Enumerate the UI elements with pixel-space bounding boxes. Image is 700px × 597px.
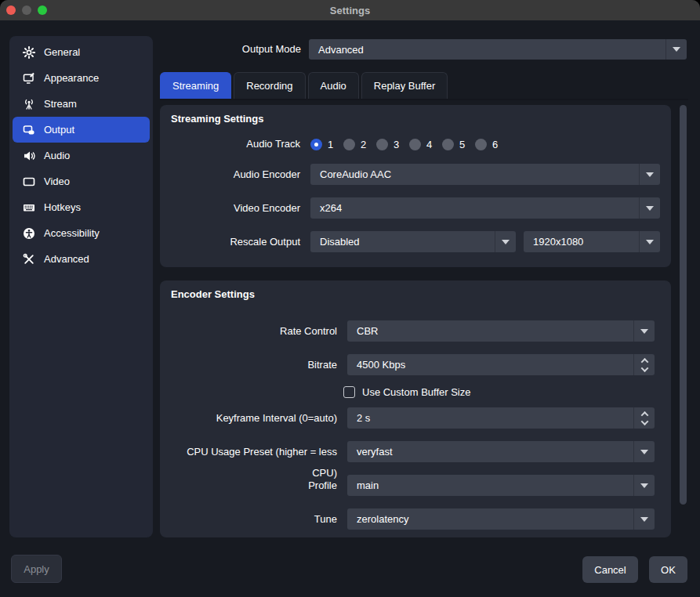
rescale-resolution-value: 1920x1080 (524, 236, 639, 248)
audio-encoder-select[interactable]: CoreAudio AAC (310, 164, 660, 185)
audio-track-option-4[interactable]: 4 (409, 139, 442, 150)
sidebar-item-label: General (44, 46, 80, 58)
encoder-settings-header: Encoder Settings (171, 288, 255, 300)
sidebar-item-advanced[interactable]: Advanced (13, 246, 150, 272)
tabbar-divider (160, 99, 688, 100)
output-mode-value: Advanced (309, 44, 666, 56)
ok-button-label: OK (661, 564, 676, 576)
rate-control-label: Rate Control (160, 320, 337, 342)
ok-button[interactable]: OK (649, 556, 687, 583)
spinner-buttons[interactable] (633, 354, 655, 375)
radio-label: 2 (361, 139, 366, 150)
radio-label: 5 (459, 139, 465, 150)
rate-control-value: CBR (347, 325, 633, 337)
chevron-down-icon (666, 39, 687, 60)
video-encoder-label: Video Encoder (160, 197, 300, 219)
encoder-settings-panel: Encoder Settings Rate Control CBR Bitrat… (160, 280, 671, 537)
audio-track-option-1[interactable]: 1 (310, 139, 343, 150)
audio-encoder-label: Audio Encoder (160, 164, 300, 185)
chevron-down-icon (633, 320, 655, 342)
audio-track-option-3[interactable]: 3 (376, 139, 409, 150)
bitrate-spinner[interactable]: 4500 Kbps (347, 354, 655, 375)
speaker-icon (22, 149, 35, 162)
apply-button[interactable]: Apply (11, 555, 62, 583)
cpu-usage-preset-value: veryfast (347, 446, 633, 458)
sidebar-item-label: Output (44, 124, 74, 136)
minimize-window-button[interactable] (22, 5, 31, 15)
radio-icon (343, 139, 355, 150)
sidebar-item-stream[interactable]: Stream (13, 91, 150, 117)
profile-label: Profile (160, 475, 337, 496)
rescale-output-select[interactable]: Disabled (310, 231, 516, 252)
audio-track-radio-group: 1 2 3 4 5 6 (310, 134, 508, 154)
streaming-settings-panel: Streaming Settings Audio Track 1 2 3 4 5… (160, 105, 671, 267)
sidebar-item-accessibility[interactable]: Accessibility (13, 220, 150, 246)
tab-recording[interactable]: Recording (234, 72, 305, 99)
tab-streaming[interactable]: Streaming (160, 72, 231, 99)
tab-audio[interactable]: Audio (308, 72, 359, 99)
radio-selected-icon (310, 139, 322, 150)
traffic-lights (6, 5, 47, 15)
radio-icon (475, 139, 487, 150)
close-window-button[interactable] (6, 5, 16, 15)
bitrate-label: Bitrate (160, 354, 337, 375)
gear-icon (22, 45, 35, 59)
chevron-down-icon (640, 418, 648, 425)
sidebar-item-label: Hotkeys (44, 201, 81, 213)
radio-icon (409, 139, 421, 150)
profile-select[interactable]: main (347, 475, 655, 496)
settings-sidebar: General Appearance Stream Output Audio (9, 36, 153, 537)
zoom-window-button[interactable] (38, 5, 47, 15)
rate-control-select[interactable]: CBR (347, 320, 655, 342)
titlebar: Settings (0, 0, 700, 20)
video-encoder-select[interactable]: x264 (310, 197, 660, 219)
chevron-down-icon (633, 441, 655, 462)
window-title: Settings (330, 5, 370, 16)
keyboard-icon (22, 201, 35, 214)
cancel-button-label: Cancel (594, 564, 626, 576)
rescale-output-value: Disabled (310, 236, 495, 248)
audio-track-option-5[interactable]: 5 (442, 139, 475, 150)
sidebar-item-label: Audio (44, 150, 70, 161)
checkbox-icon (343, 386, 355, 398)
chevron-down-icon (639, 231, 660, 252)
tune-label: Tune (160, 508, 337, 530)
audio-track-option-6[interactable]: 6 (475, 139, 508, 150)
sidebar-item-audio[interactable]: Audio (13, 143, 150, 168)
sidebar-item-video[interactable]: Video (13, 168, 150, 194)
use-custom-buffer-checkbox-row[interactable]: Use Custom Buffer Size (343, 385, 470, 398)
radio-label: 3 (394, 139, 399, 150)
sidebar-item-appearance[interactable]: Appearance (13, 65, 150, 91)
tab-label: Replay Buffer (374, 80, 436, 92)
appearance-icon (22, 71, 35, 85)
tab-label: Streaming (172, 80, 219, 92)
chevron-down-icon (639, 164, 660, 185)
cpu-usage-preset-select[interactable]: veryfast (347, 441, 655, 462)
tab-label: Audio (321, 80, 346, 92)
scrollbar-thumb[interactable] (680, 105, 687, 505)
audio-track-option-2[interactable]: 2 (343, 139, 376, 150)
sidebar-item-label: Video (44, 175, 70, 187)
display-icon (22, 175, 35, 188)
rescale-output-label: Rescale Output (160, 231, 300, 252)
tune-select[interactable]: zerolatency (347, 508, 655, 530)
tab-replay-buffer[interactable]: Replay Buffer (361, 72, 448, 99)
spinner-buttons[interactable] (633, 407, 655, 429)
cancel-button[interactable]: Cancel (582, 556, 638, 583)
radio-label: 1 (328, 139, 333, 150)
rescale-resolution-select[interactable]: 1920x1080 (524, 231, 660, 252)
tab-label: Recording (246, 80, 292, 92)
output-mode-select[interactable]: Advanced (309, 39, 687, 60)
sidebar-item-hotkeys[interactable]: Hotkeys (13, 194, 150, 220)
sidebar-item-general[interactable]: General (13, 39, 150, 65)
radio-label: 4 (426, 139, 432, 150)
profile-value: main (347, 479, 633, 491)
radio-label: 6 (492, 139, 498, 150)
video-encoder-value: x264 (310, 202, 639, 214)
broadcast-icon (22, 97, 35, 110)
keyframe-interval-spinner[interactable]: 2 s (347, 407, 655, 429)
audio-encoder-value: CoreAudio AAC (310, 168, 639, 180)
chevron-down-icon (495, 231, 516, 252)
sidebar-item-output[interactable]: Output (13, 117, 150, 143)
chevron-down-icon (633, 508, 655, 530)
